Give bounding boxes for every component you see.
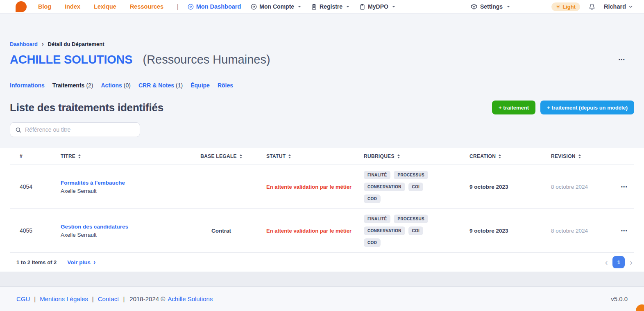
traitement-owner: Axelle Serrault bbox=[61, 232, 97, 238]
sort-icon[interactable] bbox=[499, 154, 501, 158]
arrow-circle-icon bbox=[251, 4, 257, 10]
nav-link-index[interactable]: Index bbox=[65, 3, 80, 10]
clipboard-icon bbox=[311, 4, 317, 10]
traitement-link[interactable]: Formalités à l'embauche bbox=[61, 180, 125, 186]
column-label: REVISION bbox=[551, 153, 576, 159]
breadcrumb-separator-icon: › bbox=[42, 41, 44, 47]
detail-tabs: Informations Traitements(2) Actions(0) C… bbox=[10, 82, 634, 89]
row-statut: En attente validation par le métier bbox=[266, 184, 361, 190]
traitements-table: # TITRE BASE LEGALE STATUT RUBRIQUES CRE… bbox=[0, 148, 644, 272]
app-version: v5.0.0 bbox=[611, 295, 628, 302]
footer-copyright: 2018-2024 © bbox=[129, 295, 165, 302]
row-statut: En attente validation par le métier bbox=[266, 228, 361, 234]
column-header-titre[interactable]: TITRE bbox=[51, 153, 176, 159]
notifications-button[interactable] bbox=[589, 3, 595, 10]
nav-menu-settings[interactable]: Settings bbox=[471, 3, 510, 10]
rubrique-badge: CONSERVATION bbox=[364, 226, 405, 235]
tab-roles[interactable]: Rôles bbox=[218, 82, 233, 89]
page-actions-menu-button[interactable]: ••• bbox=[619, 57, 625, 62]
list-header-row: Liste des traitements identifiés + trait… bbox=[10, 100, 634, 115]
add-traitement-button[interactable]: + traitement bbox=[492, 101, 535, 114]
add-traitement-from-template-button[interactable]: + traitement (depuis un modèle) bbox=[540, 101, 634, 114]
tab-actions[interactable]: Actions(0) bbox=[101, 82, 131, 89]
navbar-right-group: ☀ Light Richard bbox=[551, 2, 633, 11]
pagination-prev-button[interactable]: ‹ bbox=[605, 258, 608, 266]
sort-icon[interactable] bbox=[397, 154, 400, 158]
row-creation-date: 9 octobre 2023 bbox=[469, 184, 551, 190]
row-revision-date: 8 octobre 2024 bbox=[551, 184, 615, 190]
footer-link-contact[interactable]: Contact bbox=[98, 295, 119, 302]
column-header-revision[interactable]: REVISION bbox=[551, 153, 615, 159]
row-actions-menu-button[interactable]: ••• bbox=[621, 229, 628, 233]
chevron-right-icon: › bbox=[93, 259, 95, 265]
pagination-page-1-button[interactable]: 1 bbox=[612, 256, 625, 268]
row-creation-date: 9 octobre 2023 bbox=[469, 228, 551, 234]
breadcrumb-dashboard-link[interactable]: Dashboard bbox=[10, 41, 38, 47]
sort-icon[interactable] bbox=[578, 154, 581, 158]
nav-menu-mon-compte[interactable]: Mon Compte bbox=[251, 3, 301, 10]
arrow-circle-icon bbox=[188, 4, 194, 10]
voir-plus-link[interactable]: Voir plus › bbox=[67, 259, 95, 265]
footer-link-cgu[interactable]: CGU bbox=[16, 295, 30, 302]
nav-menu-registre[interactable]: Registre bbox=[311, 3, 349, 10]
theme-toggle[interactable]: ☀ Light bbox=[551, 2, 580, 11]
rubrique-badge: COD bbox=[364, 194, 381, 203]
table-row: 4054 Formalités à l'embauche Axelle Serr… bbox=[10, 165, 634, 209]
rubrique-badges: FINALITÉ PROCESSUS CONSERVATION COI COD bbox=[364, 215, 437, 247]
footer-separator: | bbox=[92, 295, 94, 302]
achille-logo-icon[interactable] bbox=[16, 1, 27, 12]
row-base-legale: Contrat bbox=[176, 228, 266, 234]
row-revision-date: 8 octobre 2024 bbox=[551, 228, 615, 234]
sort-icon[interactable] bbox=[288, 154, 291, 158]
pagination-next-button[interactable]: › bbox=[630, 258, 633, 266]
tab-equipe[interactable]: Équipe bbox=[190, 82, 210, 89]
row-actions-cell: ••• bbox=[615, 185, 634, 189]
tab-informations[interactable]: Informations bbox=[10, 82, 45, 89]
tab-count: (0) bbox=[124, 82, 131, 89]
chevron-down-icon bbox=[298, 6, 301, 7]
pagination-summary: 1 to 2 Items of 2 bbox=[16, 259, 57, 265]
chevron-down-icon bbox=[346, 6, 349, 7]
row-title-cell: Gestion des candidatures Axelle Serrault bbox=[51, 224, 176, 238]
traitement-link[interactable]: Gestion des candidatures bbox=[61, 224, 128, 230]
column-header-statut[interactable]: STATUT bbox=[266, 153, 361, 159]
tab-count: (2) bbox=[86, 82, 93, 89]
user-menu[interactable]: Richard bbox=[604, 3, 633, 10]
sun-icon: ☀ bbox=[556, 4, 561, 10]
row-rubriques: FINALITÉ PROCESSUS CONSERVATION COI COD bbox=[361, 215, 469, 247]
nav-link-lexique[interactable]: Lexique bbox=[94, 3, 116, 10]
footer-separator: | bbox=[123, 295, 125, 302]
rubrique-badge: COI bbox=[408, 226, 424, 235]
nav-link-ressources[interactable]: Ressources bbox=[130, 3, 163, 10]
settings-label: Settings bbox=[480, 3, 503, 10]
sort-icon[interactable] bbox=[78, 154, 81, 158]
breadcrumb-current: Détail du Département bbox=[48, 41, 104, 47]
page-title-row: ACHILLE SOLUTIONS (Ressources Humaines) … bbox=[10, 51, 634, 68]
sort-icon[interactable] bbox=[240, 154, 242, 158]
column-header-rubriques[interactable]: RUBRIQUES bbox=[361, 153, 469, 159]
footer-separator: | bbox=[34, 295, 36, 302]
tab-crr-notes[interactable]: CRR & Notes(1) bbox=[138, 82, 183, 89]
footer-link-mentions-legales[interactable]: Mentions Légales bbox=[40, 295, 88, 302]
column-label: STATUT bbox=[266, 153, 286, 159]
traitement-owner: Axelle Serrault bbox=[61, 188, 97, 194]
list-title: Liste des traitements identifiés bbox=[10, 101, 163, 114]
page-title: ACHILLE SOLUTIONS bbox=[10, 51, 133, 68]
page-top-section: Dashboard › Détail du Département ACHILL… bbox=[0, 14, 644, 148]
user-name: Richard bbox=[604, 3, 626, 10]
column-header-base-legale[interactable]: BASE LEGALE bbox=[176, 153, 266, 159]
tab-label: Rôles bbox=[218, 82, 233, 89]
row-actions-menu-button[interactable]: ••• bbox=[621, 185, 628, 189]
nav-link-mon-dashboard[interactable]: Mon Dashboard bbox=[188, 3, 241, 10]
column-label: BASE LEGALE bbox=[200, 153, 237, 159]
footer-company-link[interactable]: Achille Solutions bbox=[168, 295, 213, 302]
tab-label: Informations bbox=[10, 82, 45, 89]
nav-link-blog[interactable]: Blog bbox=[38, 3, 51, 10]
rubrique-badge: PROCESSUS bbox=[394, 215, 428, 223]
nav-menu-mydpo[interactable]: MyDPO bbox=[359, 3, 395, 10]
column-label: CREATION bbox=[469, 153, 496, 159]
tab-traitements[interactable]: Traitements(2) bbox=[52, 82, 93, 89]
breadcrumb: Dashboard › Détail du Département bbox=[10, 41, 634, 47]
column-header-creation[interactable]: CREATION bbox=[469, 153, 551, 159]
search-input[interactable] bbox=[25, 126, 135, 133]
